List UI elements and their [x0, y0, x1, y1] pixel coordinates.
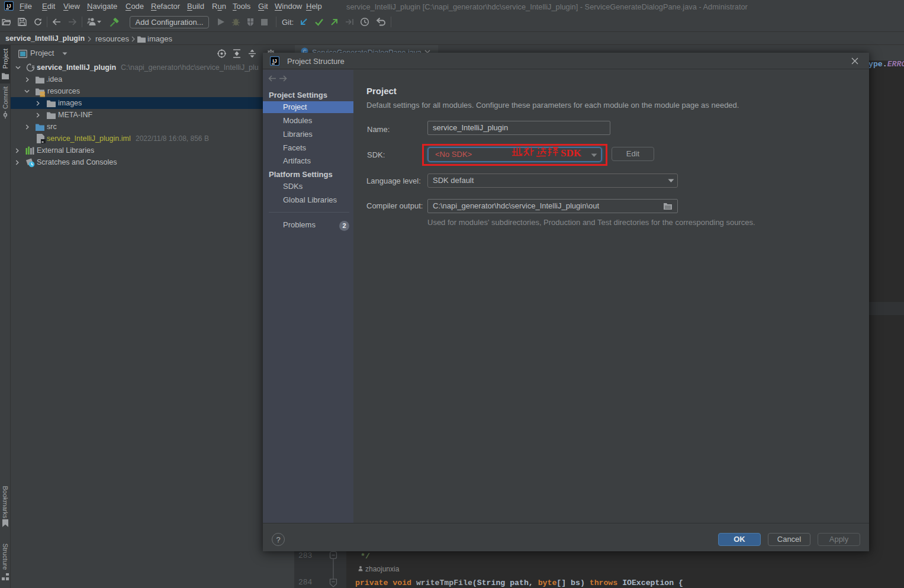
svg-text:IJ: IJ [272, 58, 277, 64]
svg-text:IJ: IJ [7, 3, 11, 9]
